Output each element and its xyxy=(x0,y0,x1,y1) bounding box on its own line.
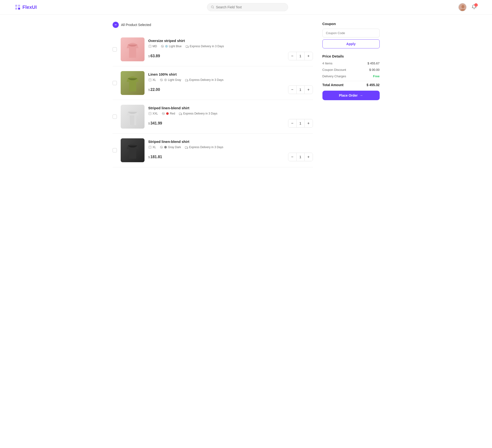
avatar xyxy=(458,3,467,11)
search-bar[interactable] xyxy=(207,3,288,11)
item-name-1: Oversize striped shirt xyxy=(148,39,313,43)
search-input[interactable] xyxy=(216,5,284,9)
svg-point-35 xyxy=(185,148,186,149)
sidebar: Coupon Apply Price Details 4 Items $ 455… xyxy=(322,22,380,441)
qty-increase-2[interactable]: + xyxy=(305,86,313,94)
price-details: Price Details 4 Items $ 455.67 Coupon Di… xyxy=(322,54,380,100)
item-size-3: XXL xyxy=(148,112,158,115)
item-image-4 xyxy=(121,138,144,162)
svg-point-13 xyxy=(160,78,163,81)
item-checkbox-2[interactable] xyxy=(113,81,117,85)
item-attrs-1: MD Light Blue xyxy=(148,45,313,48)
color-dot-1 xyxy=(165,45,168,48)
item-name-4: Striped linen-blend shirt xyxy=(148,140,313,144)
qty-increase-3[interactable]: + xyxy=(305,119,313,127)
svg-point-14 xyxy=(161,79,162,80)
delivery-icon xyxy=(179,112,182,115)
item-price-row-4: $181.81 − 1 + xyxy=(148,153,313,161)
item-delivery-4: Express Delivery in 3 Days xyxy=(185,146,223,149)
items-label: 4 Items xyxy=(322,62,333,65)
item-details-2: Linen 100% shirt XL xyxy=(148,72,313,94)
item-image-1 xyxy=(121,37,144,61)
item-details-1: Oversize striped shirt MD xyxy=(148,39,313,60)
item-checkbox-3[interactable] xyxy=(113,115,117,119)
search-icon xyxy=(211,5,214,9)
delivery-icon xyxy=(185,78,188,82)
logo[interactable]: FlexUI xyxy=(14,4,37,10)
svg-point-32 xyxy=(161,146,162,147)
item-price-2: $22.00 xyxy=(148,88,160,92)
color-dot-2 xyxy=(164,78,167,81)
item-checkbox-4[interactable] xyxy=(113,148,117,152)
svg-point-17 xyxy=(185,81,186,81)
coupon-title: Coupon xyxy=(322,22,380,26)
select-all-button[interactable] xyxy=(113,22,119,28)
delivery-label: Delivery Charges xyxy=(322,74,346,78)
size-icon xyxy=(148,112,152,115)
qty-decrease-2[interactable]: − xyxy=(288,86,297,94)
color-icon xyxy=(160,146,163,149)
item-image-2 xyxy=(121,71,144,95)
svg-point-36 xyxy=(187,148,188,149)
item-price-row-1: $63.89 − 1 + xyxy=(148,52,313,60)
cart-item: Striped linen-blend shirt XL xyxy=(113,134,313,167)
qty-increase-4[interactable]: + xyxy=(305,153,313,161)
qty-decrease-3[interactable]: − xyxy=(288,119,297,127)
qty-decrease-4[interactable]: − xyxy=(288,153,297,161)
item-checkbox-1[interactable] xyxy=(113,47,117,52)
price-row-items: 4 Items $ 455.67 xyxy=(322,62,380,65)
item-color-1: Light Blue xyxy=(161,45,182,48)
cart-section: All Product Selected Oversize striped sh… xyxy=(113,22,313,441)
svg-rect-4 xyxy=(115,25,117,25)
svg-point-7 xyxy=(162,46,163,47)
item-details-4: Striped linen-blend shirt XL xyxy=(148,140,313,161)
item-price-row-3: $341.99 − 1 + xyxy=(148,119,313,128)
svg-point-8 xyxy=(162,46,163,47)
qty-value-4: 1 xyxy=(297,153,305,161)
item-image-3 xyxy=(121,105,144,129)
color-dot-3 xyxy=(166,112,169,115)
item-size-4: XL xyxy=(148,146,156,149)
item-size-2: XL xyxy=(148,78,156,82)
all-product-bar: All Product Selected xyxy=(113,22,313,28)
svg-point-2 xyxy=(461,5,464,8)
cart-item: Striped linen-blend shirt XXL xyxy=(113,100,313,134)
svg-point-31 xyxy=(160,146,163,148)
svg-point-26 xyxy=(163,113,164,114)
svg-rect-16 xyxy=(185,79,187,81)
item-attrs-2: XL Light Gray xyxy=(148,78,313,82)
color-dot-4 xyxy=(164,146,167,149)
notification-badge: 1 xyxy=(474,3,478,7)
svg-rect-27 xyxy=(179,113,181,115)
coupon-input[interactable] xyxy=(322,29,380,37)
size-icon xyxy=(148,45,152,48)
all-product-label: All Product Selected xyxy=(121,23,151,27)
coupon-section: Coupon Apply xyxy=(322,22,380,48)
delivery-icon xyxy=(185,45,189,48)
svg-point-11 xyxy=(188,47,188,48)
discount-value: $ 00.00 xyxy=(369,68,379,72)
notification-button[interactable]: 1 xyxy=(471,3,478,11)
item-name-2: Linen 100% shirt xyxy=(148,72,313,76)
svg-point-0 xyxy=(211,6,213,8)
cart-item: Linen 100% shirt XL xyxy=(113,66,313,100)
item-details-3: Striped linen-blend shirt XXL xyxy=(148,106,313,128)
total-label: Total Amount xyxy=(322,83,344,87)
qty-control-3: − 1 + xyxy=(288,119,313,128)
arrow-icon: → xyxy=(360,94,363,97)
apply-button[interactable]: Apply xyxy=(322,39,380,48)
header-right: 1 xyxy=(458,3,478,11)
item-price-3: $341.99 xyxy=(148,121,162,125)
qty-control-4: − 1 + xyxy=(288,153,313,161)
price-row-total: Total Amount $ 455.32 xyxy=(322,81,380,87)
qty-increase-1[interactable]: + xyxy=(305,52,313,60)
qty-decrease-1[interactable]: − xyxy=(288,52,297,60)
svg-point-28 xyxy=(179,114,180,115)
delivery-icon xyxy=(185,146,188,149)
svg-rect-9 xyxy=(185,46,188,47)
svg-point-6 xyxy=(161,45,164,47)
item-color-3: Red xyxy=(162,112,175,115)
item-delivery-3: Express Delivery in 3 Days xyxy=(179,112,217,115)
item-attrs-3: XXL Red xyxy=(148,112,313,115)
place-order-button[interactable]: Place Order → xyxy=(322,91,380,100)
